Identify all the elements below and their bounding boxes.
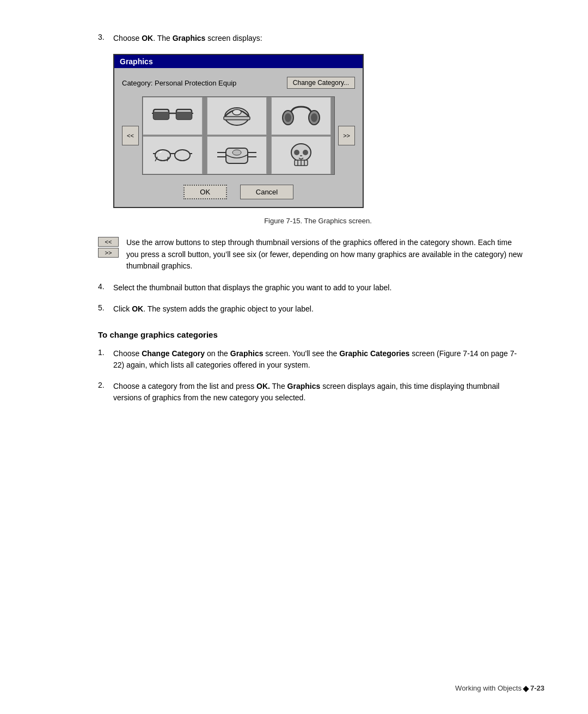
next-nav-button[interactable]: >> — [338, 126, 355, 145]
svg-point-33 — [294, 150, 299, 155]
footer-diamond — [522, 684, 530, 692]
thumb-4[interactable] — [143, 136, 203, 174]
arrow-note-btns: << >> — [98, 237, 119, 258]
step-4-number: 4. — [98, 282, 109, 294]
thumb-3[interactable] — [271, 97, 331, 135]
step-3-number: 3. — [98, 33, 109, 44]
arrow-note-next-btn: >> — [98, 248, 119, 258]
svg-point-27 — [232, 150, 241, 155]
svg-point-12 — [285, 113, 291, 122]
graphics-dialog: Graphics Category: Personal Protection E… — [113, 54, 364, 208]
prev-nav-button[interactable]: << — [122, 126, 139, 145]
svg-point-9 — [232, 109, 241, 115]
svg-rect-8 — [224, 117, 250, 120]
sub-step-2: 2. Choose a category from the list and p… — [98, 381, 523, 404]
svg-point-34 — [303, 150, 308, 155]
sub-step-1-number: 1. — [98, 348, 109, 371]
arrow-note-prev-btn: << — [98, 237, 119, 247]
safetyglasses-graphic — [151, 141, 194, 170]
thumbnail-grid — [142, 96, 335, 175]
skull-graphic — [279, 141, 323, 170]
thumbnails-area: << — [122, 96, 355, 175]
facemask-graphic — [215, 141, 259, 170]
arrow-note-row: << >> Use the arrow buttons to step thro… — [98, 237, 523, 272]
svg-rect-3 — [176, 112, 192, 119]
footer-text: Working with Objects — [455, 684, 522, 692]
sub-step-2-text: Choose a category from the list and pres… — [113, 381, 523, 404]
sunglasses-graphic — [151, 101, 194, 131]
category-label: Category: Personal Protection Equip — [122, 79, 283, 87]
step-5-text: Click OK. The system adds the graphic ob… — [113, 303, 523, 315]
dialog-ok-button[interactable]: OK — [183, 185, 227, 199]
page-footer: Working with Objects7-23 — [455, 684, 544, 692]
earmuffs-graphic — [279, 101, 323, 131]
category-row: Category: Personal Protection Equip Chan… — [122, 77, 355, 89]
svg-line-20 — [167, 157, 168, 161]
hardhat-graphic — [215, 101, 259, 131]
change-category-button[interactable]: Change Category... — [287, 77, 355, 89]
thumb-5[interactable] — [207, 136, 267, 174]
dialog-cancel-button[interactable]: Cancel — [240, 185, 293, 199]
dialog-body: Category: Personal Protection Equip Chan… — [114, 68, 363, 207]
svg-line-21 — [160, 151, 162, 152]
footer-page: 7-23 — [530, 684, 544, 692]
step-3-text: Choose OK. The Graphics screen displays: — [113, 33, 523, 44]
graphics-dialog-wrapper: Graphics Category: Personal Protection E… — [113, 54, 523, 208]
arrow-note-text: Use the arrow buttons to step through th… — [126, 237, 523, 272]
figure-caption: Figure 7-15. The Graphics screen. — [113, 217, 523, 225]
svg-point-14 — [155, 150, 170, 161]
section-heading: To change graphics categories — [98, 330, 523, 339]
svg-rect-2 — [154, 112, 169, 119]
step-4: 4. Select the thumbnail button that disp… — [98, 282, 523, 294]
sub-step-1: 1. Choose Change Category on the Graphic… — [98, 348, 523, 371]
step-5: 5. Click OK. The system adds the graphic… — [98, 303, 523, 315]
svg-point-13 — [311, 113, 317, 122]
thumb-6[interactable] — [271, 136, 331, 174]
sub-step-1-text: Choose Change Category on the Graphics s… — [113, 348, 523, 371]
svg-point-15 — [175, 150, 190, 161]
step-3: 3. Choose OK. The Graphics screen displa… — [98, 33, 523, 44]
thumb-1[interactable] — [143, 97, 203, 135]
sub-step-2-number: 2. — [98, 381, 109, 404]
step-4-text: Select the thumbnail button that display… — [113, 282, 523, 294]
dialog-titlebar: Graphics — [114, 55, 363, 68]
dialog-btn-row: OK Cancel — [122, 182, 355, 199]
step-5-number: 5. — [98, 303, 109, 315]
thumb-2[interactable] — [207, 97, 267, 135]
